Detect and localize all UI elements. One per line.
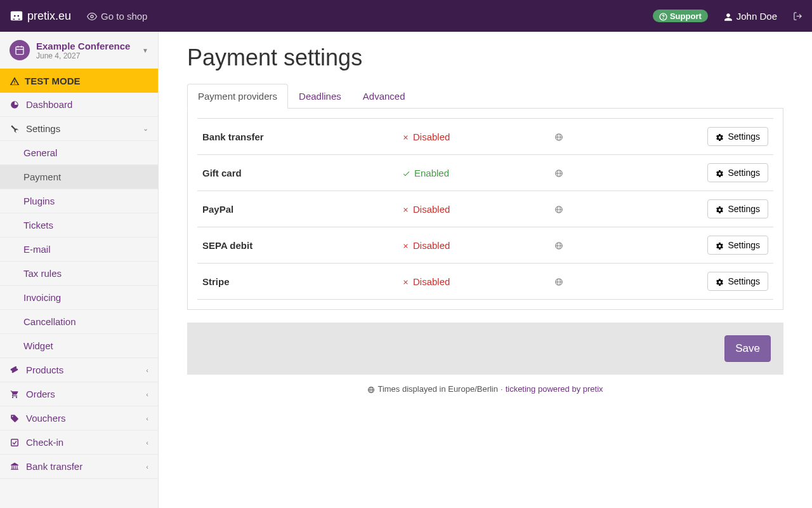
provider-status-label: Disabled [413,276,450,287]
x-icon [402,204,409,215]
tag-icon [10,414,20,423]
provider-status-label: Enabled [414,168,449,178]
nav-checkin-label: Check-in [26,437,140,448]
user-menu[interactable]: John Doe [724,10,777,21]
provider-row: StripeDisabledSettings [197,264,773,300]
provider-status: Disabled [402,204,554,215]
logout-button[interactable] [793,11,802,22]
settings-submenu: General Payment Plugins Tickets E-mail T… [0,141,158,358]
bank-icon [10,462,20,471]
pretix-logo-icon [10,9,23,23]
provider-status: Disabled [402,131,554,142]
subnav-invoicing[interactable]: Invoicing [0,286,158,310]
subnav-tickets[interactable]: Tickets [0,213,158,237]
support-label: Support [670,11,702,21]
test-mode-label: TEST MODE [25,76,81,86]
dashboard-icon [10,100,20,109]
save-button[interactable]: Save [724,335,771,362]
tab-providers[interactable]: Payment providers [187,84,288,109]
subnav-plugins[interactable]: Plugins [0,189,158,213]
support-button[interactable]: Support [653,10,708,22]
svg-rect-13 [11,439,18,446]
nav-dashboard[interactable]: Dashboard [0,93,158,117]
chevron-left-icon: ‹ [146,391,148,398]
nav-vouchers-label: Vouchers [26,413,140,424]
provider-status-label: Disabled [413,240,450,251]
tab-advanced[interactable]: Advanced [352,84,416,109]
chevron-left-icon: ‹ [146,366,148,374]
globe-icon [367,384,375,394]
footer-powered-link[interactable]: ticketing powered by pretix [506,384,603,394]
caret-down-icon: ▼ [142,47,148,54]
provider-status: Disabled [402,240,554,251]
svg-point-7 [663,18,664,18]
nav-orders-label: Orders [26,389,140,399]
nav-settings-label: Settings [26,123,136,134]
subnav-payment[interactable]: Payment [0,165,158,189]
question-circle-icon [659,11,667,20]
provider-status-label: Disabled [413,131,450,142]
provider-row: SEPA debitDisabledSettings [197,227,773,264]
provider-settings-label: Settings [728,276,760,286]
chevron-left-icon: ‹ [146,439,148,446]
providers-panel: Bank transferDisabledSettingsGift cardEn… [187,109,783,310]
subnav-widget[interactable]: Widget [0,334,158,358]
svg-rect-0 [11,11,22,21]
subnav-general[interactable]: General [0,141,158,165]
wrench-icon [10,124,20,133]
provider-settings-label: Settings [728,168,760,178]
main-content: Payment settings Payment providers Deadl… [159,32,812,508]
nav-products-label: Products [26,364,140,375]
provider-settings-button[interactable]: Settings [707,199,768,218]
x-icon [402,131,409,142]
provider-settings-label: Settings [728,240,760,250]
eye-icon [87,10,97,22]
subnav-email[interactable]: E-mail [0,237,158,262]
provider-settings-button[interactable]: Settings [707,127,768,146]
logout-icon [793,11,802,21]
gear-icon [716,276,724,286]
top-navbar: pretix.eu Go to shop Support John Doe [0,0,812,32]
globe-icon [554,168,707,178]
check-icon [402,168,410,178]
provider-status: Enabled [402,168,554,178]
event-date: June 4, 2027 [36,51,136,60]
provider-name: PayPal [202,204,402,215]
svg-point-1 [14,15,16,17]
event-name: Example Conference [36,41,136,51]
footer: Times displayed in Europe/Berlin · ticke… [187,384,783,394]
subnav-cancellation[interactable]: Cancellation [0,310,158,334]
test-mode-banner: TEST MODE [0,69,158,93]
warning-icon [10,75,20,86]
provider-name: Stripe [202,276,402,287]
nav-vouchers[interactable]: Vouchers ‹ [0,406,158,431]
gear-icon [716,240,724,250]
nav-dashboard-label: Dashboard [26,99,148,110]
event-selector[interactable]: Example Conference June 4, 2027 ▼ [0,32,158,69]
provider-name: SEPA debit [202,240,402,251]
nav-banktransfer[interactable]: Bank transfer ‹ [0,455,158,479]
check-square-icon [10,438,20,447]
svg-rect-9 [16,47,23,55]
go-to-shop-link[interactable]: Go to shop [87,10,147,22]
x-icon [402,276,409,287]
nav-checkin[interactable]: Check-in ‹ [0,431,158,455]
subnav-taxrules[interactable]: Tax rules [0,262,158,286]
provider-settings-button[interactable]: Settings [707,163,768,182]
cart-icon [10,390,20,399]
sidebar: Example Conference June 4, 2027 ▼ TEST M… [0,32,159,508]
nav-orders[interactable]: Orders ‹ [0,382,158,406]
nav-settings[interactable]: Settings ⌄ [0,117,158,141]
globe-icon [554,240,707,250]
tabs: Payment providers Deadlines Advanced [187,84,783,109]
provider-settings-label: Settings [728,204,760,214]
provider-settings-label: Settings [728,131,760,142]
provider-settings-button[interactable]: Settings [707,236,768,255]
brand[interactable]: pretix.eu [10,9,71,23]
globe-icon [554,131,707,142]
provider-name: Gift card [202,168,402,178]
provider-settings-button[interactable]: Settings [707,272,768,291]
tab-deadlines[interactable]: Deadlines [288,84,352,109]
nav-products[interactable]: Products ‹ [0,358,158,382]
user-name: John Doe [737,11,777,22]
